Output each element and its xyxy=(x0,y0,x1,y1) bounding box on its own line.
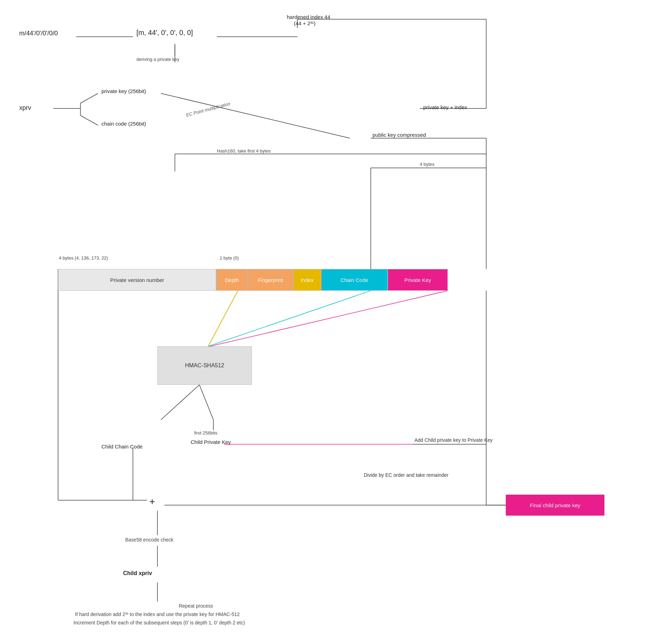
svg-line-24 xyxy=(210,291,448,346)
plus-sign: + xyxy=(149,496,155,507)
child-private-key-label: Child Private Key xyxy=(191,439,231,445)
repeat2-label: If hard derivation add 2³¹ to the index … xyxy=(38,611,276,617)
child-chain-code-label: Child Chain Code xyxy=(101,444,143,450)
hardened-index2-label: (44 + 2³¹) xyxy=(294,20,316,26)
svg-line-9 xyxy=(80,115,98,125)
index-box: Index xyxy=(293,269,321,291)
four-bytes-detail-label: 4 bytes (4, 136, 173, 22) xyxy=(59,255,108,261)
hmac-box: HMAC-SHA512 xyxy=(157,346,252,385)
private-key-box: Private Key xyxy=(388,269,448,291)
repeat-label: Repeat process xyxy=(126,603,266,609)
chain-code-256-label: chain code (256bit) xyxy=(101,121,146,127)
hardened-index-label: hardened index 44 xyxy=(287,14,330,20)
svg-line-23 xyxy=(208,291,371,346)
child-xpriv-label: Child xpriv xyxy=(123,570,152,576)
path-label: m/44'/0'/0'/0/0 xyxy=(19,30,58,37)
repeat3-label: Increment Depth for each of the subseque… xyxy=(31,620,287,625)
path-array-label: [m, 44', 0', 0', 0, 0] xyxy=(136,29,193,37)
deriving-label: deriving a private key xyxy=(136,57,179,62)
hash160-label: Hash160, take first 4 bytes xyxy=(217,148,271,154)
ec-point-label: EC Point multiplication xyxy=(185,101,231,118)
connection-lines xyxy=(0,0,659,644)
version-number-box: Private version number xyxy=(58,269,216,291)
svg-line-25 xyxy=(161,385,199,420)
private-key-256-label: private key (256bit) xyxy=(101,88,146,94)
fingerprint-box: Fingerprint xyxy=(248,269,293,291)
base58-label: Base58 encode check xyxy=(125,537,173,543)
four-bytes-label: 4 bytes xyxy=(420,162,434,167)
one-byte-label: 1 byte (0) xyxy=(220,255,239,261)
depth-box: Depth xyxy=(216,269,248,291)
xprv-box-row: Private version number Depth Fingerprint… xyxy=(58,269,448,291)
private-key-index-label: private key + index xyxy=(423,104,467,110)
xprv-label: xprv xyxy=(19,104,31,112)
diagram: m/44'/0'/0'/0/0 [m, 44', 0', 0', 0, 0] h… xyxy=(0,0,659,644)
public-key-compressed-label: public key compressed xyxy=(373,132,426,138)
chain-code-box: Chain Code xyxy=(321,269,388,291)
svg-line-22 xyxy=(208,291,238,346)
svg-line-26 xyxy=(199,385,213,420)
add-child-label: Add Child private key to Private Key xyxy=(414,437,493,443)
svg-line-8 xyxy=(80,93,98,103)
final-child-box: Final child private key xyxy=(506,495,604,516)
divide-ec-label: Divide by EC order and take remainder xyxy=(364,472,448,478)
first-256-label: first 256bits xyxy=(194,430,217,436)
